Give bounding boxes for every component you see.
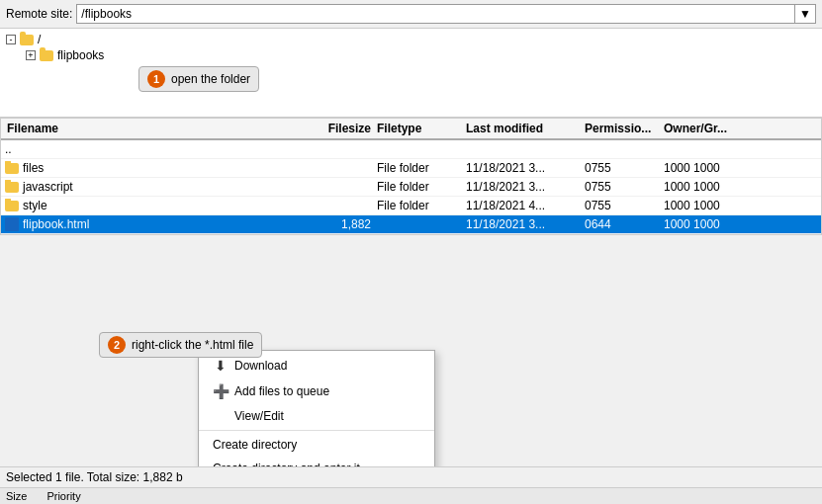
add-queue-icon: ➕ bbox=[213, 383, 228, 399]
menu-label-create-dir: Create directory bbox=[213, 438, 297, 452]
queue-footer: Size Priority bbox=[0, 487, 822, 504]
perms-cell: 0755 bbox=[585, 199, 664, 212]
col-header-perms: Permissio... bbox=[585, 122, 664, 135]
step1-number: 1 bbox=[147, 70, 165, 88]
col-header-filename: Filename bbox=[1, 122, 298, 135]
folder-icon bbox=[5, 163, 19, 174]
file-list-container: Filename Filesize Filetype Last modified… bbox=[0, 118, 822, 466]
folder-icon bbox=[5, 182, 19, 193]
context-menu: ⬇ Download ➕ Add files to queue View/Edi… bbox=[198, 350, 435, 466]
filename-cell: flipbook.html bbox=[1, 217, 298, 231]
child-label: flipbooks bbox=[57, 48, 104, 62]
download-icon: ⬇ bbox=[213, 358, 228, 374]
tree-expand-root[interactable]: - bbox=[6, 35, 16, 44]
status-text: Selected 1 file. Total size: 1,882 b bbox=[6, 470, 183, 484]
lastmod-cell: 11/18/2021 3... bbox=[466, 180, 585, 194]
table-row[interactable]: flipbook.html 1,882 11/18/2021 3... 0644… bbox=[1, 215, 821, 234]
step1-text: open the folder bbox=[171, 72, 250, 86]
remote-site-bar: Remote site: ▼ bbox=[0, 0, 822, 29]
col-header-filesize: Filesize bbox=[298, 122, 377, 135]
tree-expand-child[interactable]: + bbox=[26, 50, 36, 60]
filename-cell: .. bbox=[1, 142, 298, 156]
step2-annotation: 2 right-click the *.html file bbox=[99, 332, 262, 358]
perms-cell: 0755 bbox=[585, 180, 664, 194]
filename-label: flipbook.html bbox=[23, 217, 89, 231]
lastmod-cell: 11/18/2021 3... bbox=[466, 217, 585, 231]
filename-cell: javascript bbox=[1, 180, 298, 194]
step1-annotation: 1 open the folder bbox=[138, 66, 259, 92]
root-label: / bbox=[38, 33, 41, 46]
owner-cell: 1000 1000 bbox=[664, 199, 753, 212]
root-folder-icon bbox=[20, 35, 34, 45]
filesize-cell: 1,882 bbox=[298, 217, 377, 231]
filetype-cell: File folder bbox=[377, 180, 466, 194]
child-folder-icon bbox=[40, 50, 53, 61]
menu-label-download: Download bbox=[234, 359, 287, 373]
perms-cell: 0644 bbox=[585, 217, 664, 231]
html-file-icon bbox=[5, 217, 19, 231]
filename-cell: files bbox=[1, 161, 298, 175]
file-list-area: Filename Filesize Filetype Last modified… bbox=[0, 118, 822, 235]
remote-site-input[interactable] bbox=[76, 4, 795, 24]
owner-cell: 1000 1000 bbox=[664, 217, 753, 231]
lastmod-cell: 11/18/2021 3... bbox=[466, 161, 585, 175]
table-row[interactable]: style File folder 11/18/2021 4... 0755 1… bbox=[1, 197, 821, 215]
table-row[interactable]: files File folder 11/18/2021 3... 0755 1… bbox=[1, 159, 821, 178]
folder-icon bbox=[5, 201, 19, 211]
col-header-lastmod: Last modified bbox=[466, 122, 585, 135]
menu-divider bbox=[199, 430, 434, 431]
menu-item-add-queue[interactable]: ➕ Add files to queue bbox=[199, 378, 434, 404]
filetype-cell: File folder bbox=[377, 199, 466, 212]
tree-root: - / bbox=[6, 33, 816, 46]
file-list-header: Filename Filesize Filetype Last modified… bbox=[1, 119, 821, 140]
filename-cell: style bbox=[1, 199, 298, 212]
remote-site-label: Remote site: bbox=[6, 7, 72, 21]
filename-label: javascript bbox=[23, 180, 73, 194]
filetype-cell: File folder bbox=[377, 161, 466, 175]
menu-item-create-dir-enter[interactable]: Create directory and enter it bbox=[199, 457, 434, 466]
queue-col-size: Size bbox=[6, 490, 27, 502]
step2-number: 2 bbox=[108, 336, 126, 354]
menu-label-add-queue: Add files to queue bbox=[234, 384, 329, 398]
menu-label-create-dir-enter: Create directory and enter it bbox=[213, 462, 360, 466]
tree-child-flipbooks[interactable]: + flipbooks bbox=[26, 48, 816, 62]
perms-cell: 0755 bbox=[585, 161, 664, 175]
tree-area: - / + flipbooks 1 open the folder bbox=[0, 29, 822, 118]
lastmod-cell: 11/18/2021 4... bbox=[466, 199, 585, 212]
owner-cell: 1000 1000 bbox=[664, 161, 753, 175]
menu-item-view-edit[interactable]: View/Edit bbox=[199, 404, 434, 428]
remote-site-dropdown[interactable]: ▼ bbox=[795, 4, 816, 24]
owner-cell: 1000 1000 bbox=[664, 180, 753, 194]
status-bar: Selected 1 file. Total size: 1,882 b bbox=[0, 466, 822, 487]
queue-col-priority: Priority bbox=[46, 490, 80, 502]
filename-label: style bbox=[23, 199, 47, 212]
filename-label: files bbox=[23, 161, 44, 175]
col-header-filetype: Filetype bbox=[377, 122, 466, 135]
step2-text: right-click the *.html file bbox=[132, 338, 253, 352]
menu-item-create-dir[interactable]: Create directory bbox=[199, 433, 434, 457]
menu-label-view-edit: View/Edit bbox=[234, 409, 284, 423]
col-header-owner: Owner/Gr... bbox=[664, 122, 753, 135]
main-layout: Remote site: ▼ - / + flipbooks 1 open th… bbox=[0, 0, 822, 504]
table-row[interactable]: .. bbox=[1, 140, 821, 159]
parent-dir-label: .. bbox=[5, 142, 12, 156]
table-row[interactable]: javascript File folder 11/18/2021 3... 0… bbox=[1, 178, 821, 197]
